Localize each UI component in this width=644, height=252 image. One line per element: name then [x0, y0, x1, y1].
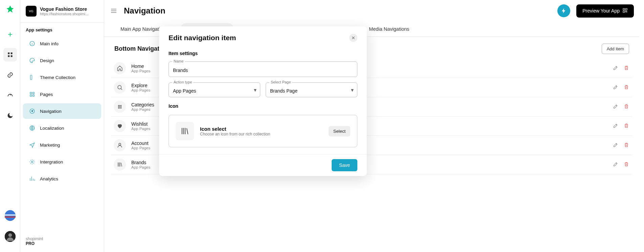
action-type-select[interactable]: App Pages — [173, 88, 256, 94]
select-icon-button[interactable]: Select — [329, 126, 350, 136]
field-label: Name — [172, 59, 185, 63]
modal-overlay: Edit navigation item Item settings Name … — [0, 0, 644, 252]
item-settings-label: Item settings — [159, 47, 367, 59]
chevron-down-icon: ▾ — [351, 87, 354, 93]
field-label: Select Page — [269, 80, 292, 84]
modal-title: Edit navigation item — [169, 34, 349, 42]
icon-select-sub: Choose an icon from our rich collection — [200, 132, 329, 136]
icon-section-label: Icon — [159, 100, 367, 111]
edit-nav-modal: Edit navigation item Item settings Name … — [159, 26, 367, 176]
select-page-select[interactable]: Brands Page — [270, 88, 353, 94]
select-page-field[interactable]: Select Page Brands Page ▾ — [266, 82, 357, 97]
library-icon — [176, 122, 194, 140]
field-label: Action type — [172, 80, 193, 84]
name-input[interactable] — [173, 68, 353, 73]
icon-select-title: Icon select — [200, 126, 329, 132]
close-icon[interactable] — [349, 34, 357, 42]
icon-select-box: Icon select Choose an icon from our rich… — [169, 115, 357, 147]
action-type-field[interactable]: Action type App Pages ▾ — [169, 82, 260, 97]
save-button[interactable]: Save — [332, 159, 357, 171]
name-field[interactable]: Name — [169, 61, 357, 77]
chevron-down-icon: ▾ — [254, 87, 257, 93]
